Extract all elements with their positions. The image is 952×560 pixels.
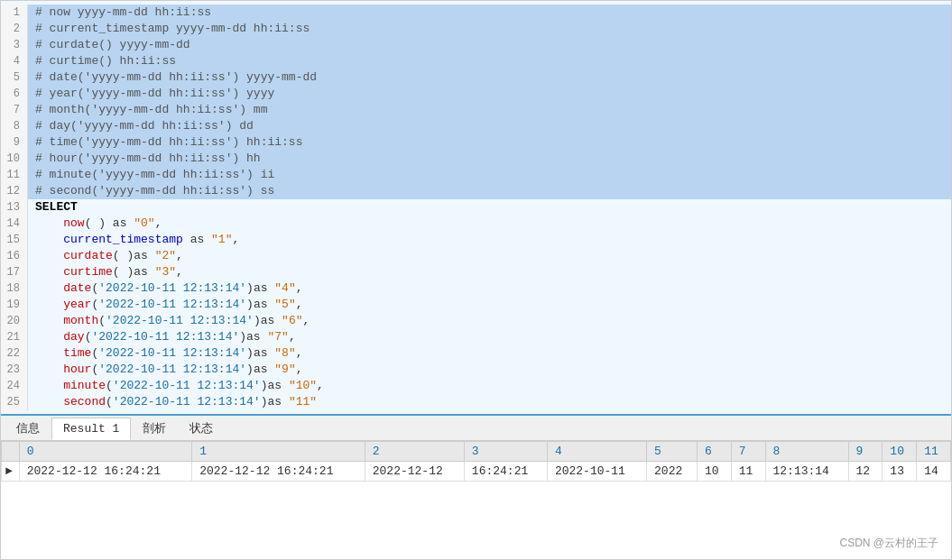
results-tbody: ►2022-12-12 16:24:212022-12-12 16:24:212… xyxy=(2,462,951,482)
column-header: 2 xyxy=(365,442,464,462)
line-number: 10 xyxy=(1,151,28,167)
table-row: ►2022-12-12 16:24:212022-12-12 16:24:212… xyxy=(2,462,951,482)
line-number: 13 xyxy=(1,199,28,216)
line-number: 5 xyxy=(1,69,28,86)
code-line: 12# second('yyyy-mm-dd hh:ii:ss') ss xyxy=(1,183,951,199)
line-number: 16 xyxy=(1,248,28,264)
editor-container: 1# now yyyy-mm-dd hh:ii:ss2# current_tim… xyxy=(0,0,952,560)
column-header: 3 xyxy=(464,442,547,462)
tab-item[interactable]: 信息 xyxy=(5,416,51,441)
line-content: # hour('yyyy-mm-dd hh:ii:ss') hh xyxy=(28,151,951,167)
line-content: year('2022-10-11 12:13:14')as "5", xyxy=(28,297,951,313)
line-number: 18 xyxy=(1,280,28,297)
table-cell: 12:13:14 xyxy=(765,462,848,482)
code-line: 16 curdate( )as "2", xyxy=(1,248,951,264)
column-header: 11 xyxy=(917,442,951,462)
code-line: 17 curtime( )as "3", xyxy=(1,264,951,280)
column-header: 5 xyxy=(647,442,698,462)
line-number: 17 xyxy=(1,264,28,280)
code-line: 25 second('2022-10-11 12:13:14')as "11" xyxy=(1,394,951,410)
line-content: curtime( )as "3", xyxy=(28,264,951,280)
code-line: 21 day('2022-10-11 12:13:14')as "7", xyxy=(1,329,951,345)
line-number: 6 xyxy=(1,86,28,102)
results-header-row: 01234567891011 xyxy=(2,442,951,462)
line-number: 22 xyxy=(1,345,28,362)
code-line: 13SELECT xyxy=(1,199,951,216)
code-line: 7# month('yyyy-mm-dd hh:ii:ss') mm xyxy=(1,102,951,118)
line-content: # minute('yyyy-mm-dd hh:ii:ss') ii xyxy=(28,167,951,183)
code-line: 11# minute('yyyy-mm-dd hh:ii:ss') ii xyxy=(1,167,951,183)
line-number: 2 xyxy=(1,21,28,37)
line-number: 23 xyxy=(1,362,28,378)
line-content: # second('yyyy-mm-dd hh:ii:ss') ss xyxy=(28,183,951,199)
code-editor[interactable]: 1# now yyyy-mm-dd hh:ii:ss2# current_tim… xyxy=(1,1,951,414)
code-line: 4# curtime() hh:ii:ss xyxy=(1,53,951,69)
tab-item[interactable]: Result 1 xyxy=(51,418,131,440)
line-content: # current_timestamp yyyy-mm-dd hh:ii:ss xyxy=(28,21,951,37)
line-number: 25 xyxy=(1,394,28,410)
table-cell: 14 xyxy=(917,462,951,482)
row-indicator-header xyxy=(2,442,20,462)
line-number: 8 xyxy=(1,118,28,134)
line-content: # curdate() yyyy-mm-dd xyxy=(28,37,951,53)
column-header: 10 xyxy=(883,442,917,462)
code-line: 19 year('2022-10-11 12:13:14')as "5", xyxy=(1,297,951,313)
tab-item[interactable]: 状态 xyxy=(178,416,225,441)
line-content: # time('yyyy-mm-dd hh:ii:ss') hh:ii:ss xyxy=(28,134,951,151)
table-cell: 2022-12-12 16:24:21 xyxy=(192,462,365,482)
tabs-bar: 信息Result 1剖析状态 xyxy=(1,414,951,441)
line-content: # curtime() hh:ii:ss xyxy=(28,53,951,69)
line-content: # now yyyy-mm-dd hh:ii:ss xyxy=(28,5,951,21)
line-number: 24 xyxy=(1,378,28,394)
watermark: CSDN @云村的王子 xyxy=(839,536,938,551)
table-cell: 10 xyxy=(697,462,731,482)
line-content: hour('2022-10-11 12:13:14')as "9", xyxy=(28,362,951,378)
table-cell: 2022 xyxy=(647,462,698,482)
code-line: 14 now( ) as "0", xyxy=(1,216,951,232)
line-content: # year('yyyy-mm-dd hh:ii:ss') yyyy xyxy=(28,86,951,102)
line-number: 4 xyxy=(1,53,28,69)
table-cell: 12 xyxy=(848,462,883,482)
line-number: 3 xyxy=(1,37,28,53)
line-content: now( ) as "0", xyxy=(28,216,951,232)
table-cell: 11 xyxy=(731,462,765,482)
line-content: month('2022-10-11 12:13:14')as "6", xyxy=(28,313,951,329)
line-content: # date('yyyy-mm-dd hh:ii:ss') yyyy-mm-dd xyxy=(28,69,951,86)
line-content: # month('yyyy-mm-dd hh:ii:ss') mm xyxy=(28,102,951,118)
line-number: 15 xyxy=(1,232,28,248)
line-content: SELECT xyxy=(28,199,951,216)
code-line: 24 minute('2022-10-11 12:13:14')as "10", xyxy=(1,378,951,394)
table-cell: 2022-12-12 xyxy=(365,462,464,482)
column-header: 0 xyxy=(19,442,192,462)
line-content: # day('yyyy-mm-dd hh:ii:ss') dd xyxy=(28,118,951,134)
line-content: second('2022-10-11 12:13:14')as "11" xyxy=(28,394,951,410)
tab-item[interactable]: 剖析 xyxy=(131,416,178,441)
table-cell: 2022-12-12 16:24:21 xyxy=(19,462,192,482)
code-line: 5# date('yyyy-mm-dd hh:ii:ss') yyyy-mm-d… xyxy=(1,69,951,86)
line-number: 7 xyxy=(1,102,28,118)
line-number: 19 xyxy=(1,297,28,313)
line-number: 12 xyxy=(1,183,28,199)
line-number: 21 xyxy=(1,329,28,345)
code-line: 2# current_timestamp yyyy-mm-dd hh:ii:ss xyxy=(1,21,951,37)
code-line: 10# hour('yyyy-mm-dd hh:ii:ss') hh xyxy=(1,151,951,167)
code-line: 8# day('yyyy-mm-dd hh:ii:ss') dd xyxy=(1,118,951,134)
code-line: 15 current_timestamp as "1", xyxy=(1,232,951,248)
column-header: 6 xyxy=(697,442,731,462)
results-thead: 01234567891011 xyxy=(2,442,951,462)
column-header: 1 xyxy=(192,442,365,462)
column-header: 9 xyxy=(848,442,883,462)
line-content: day('2022-10-11 12:13:14')as "7", xyxy=(28,329,951,345)
code-line: 3# curdate() yyyy-mm-dd xyxy=(1,37,951,53)
table-cell: 16:24:21 xyxy=(464,462,547,482)
code-line: 9# time('yyyy-mm-dd hh:ii:ss') hh:ii:ss xyxy=(1,134,951,151)
code-line: 6# year('yyyy-mm-dd hh:ii:ss') yyyy xyxy=(1,86,951,102)
line-number: 9 xyxy=(1,134,28,151)
results-area[interactable]: 01234567891011 ►2022-12-12 16:24:212022-… xyxy=(1,441,951,559)
column-header: 4 xyxy=(547,442,646,462)
line-content: current_timestamp as "1", xyxy=(28,232,951,248)
line-content: date('2022-10-11 12:13:14')as "4", xyxy=(28,280,951,297)
code-line: 20 month('2022-10-11 12:13:14')as "6", xyxy=(1,313,951,329)
column-header: 8 xyxy=(765,442,848,462)
table-cell: 13 xyxy=(883,462,917,482)
